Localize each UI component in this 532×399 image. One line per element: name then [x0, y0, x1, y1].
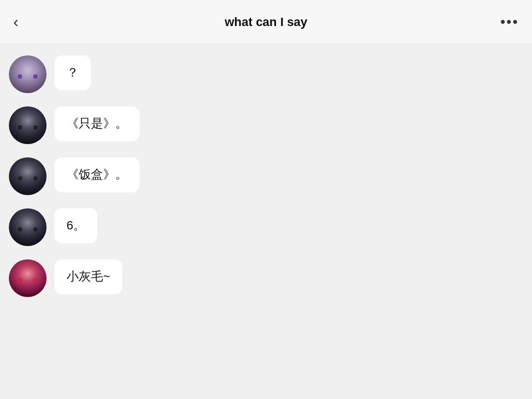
message-bubble: 6。: [54, 208, 98, 243]
message-bubble: 小灰毛~: [54, 259, 122, 294]
dark-hair-avatar-1: [9, 106, 47, 144]
message-bubble: 《饭盒》。: [54, 157, 140, 192]
more-options-button[interactable]: •••: [497, 13, 519, 30]
colorful-avatar: [9, 259, 47, 297]
message-row: 《饭盒》。: [9, 157, 523, 195]
dark-hair-avatar-3: [9, 208, 47, 246]
message-row: 《只是》。: [9, 106, 523, 144]
header: ‹ what can I say •••: [0, 0, 532, 44]
message-bubble: ？: [54, 55, 91, 90]
chat-area: ？《只是》。《饭盒》。6。小灰毛~: [0, 44, 532, 308]
dark-hair-avatar-2: [9, 157, 47, 195]
back-button[interactable]: ‹: [13, 13, 35, 31]
silver-hair-avatar: [9, 55, 47, 93]
message-bubble: 《只是》。: [54, 106, 140, 141]
chat-title: what can I say: [35, 15, 497, 29]
message-row: 6。: [9, 208, 523, 246]
message-row: ？: [9, 55, 523, 93]
message-row: 小灰毛~: [9, 259, 523, 297]
